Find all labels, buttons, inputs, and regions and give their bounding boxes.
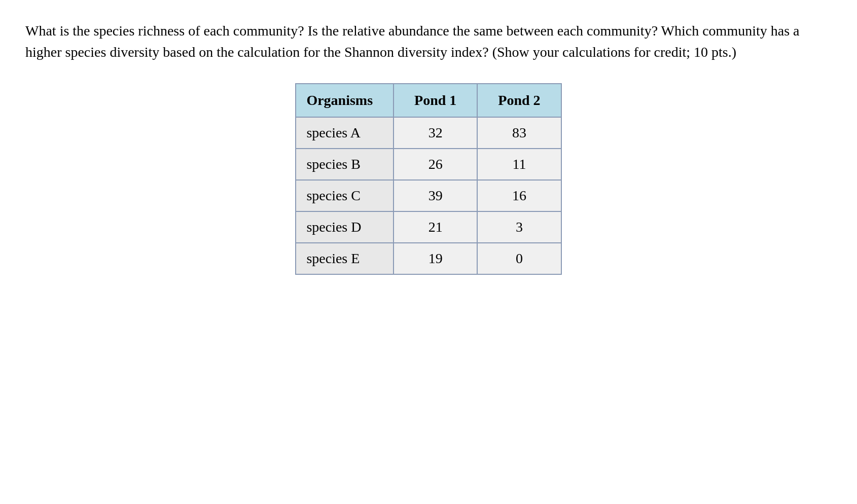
cell-organism: species A	[296, 117, 394, 149]
table-row: species B2611	[296, 149, 561, 180]
header-pond1: Pond 1	[394, 84, 477, 117]
cell-value: 0	[477, 243, 561, 274]
cell-value: 19	[394, 243, 477, 274]
table-header-row: Organisms Pond 1 Pond 2	[296, 84, 561, 117]
question-text: What is the species richness of each com…	[25, 20, 832, 63]
table-row: species A3283	[296, 117, 561, 149]
cell-organism: species C	[296, 180, 394, 211]
table-row: species C3916	[296, 180, 561, 211]
cell-organism: species E	[296, 243, 394, 274]
table-container: Organisms Pond 1 Pond 2 species A3283spe…	[25, 83, 832, 275]
table-row: species D213	[296, 211, 561, 243]
table-row: species E190	[296, 243, 561, 274]
header-pond2: Pond 2	[477, 84, 561, 117]
cell-value: 26	[394, 149, 477, 180]
cell-value: 11	[477, 149, 561, 180]
cell-value: 21	[394, 211, 477, 243]
cell-value: 83	[477, 117, 561, 149]
data-table: Organisms Pond 1 Pond 2 species A3283spe…	[295, 83, 561, 275]
cell-value: 39	[394, 180, 477, 211]
cell-value: 16	[477, 180, 561, 211]
cell-value: 32	[394, 117, 477, 149]
cell-organism: species B	[296, 149, 394, 180]
cell-organism: species D	[296, 211, 394, 243]
cell-value: 3	[477, 211, 561, 243]
header-organisms: Organisms	[296, 84, 394, 117]
